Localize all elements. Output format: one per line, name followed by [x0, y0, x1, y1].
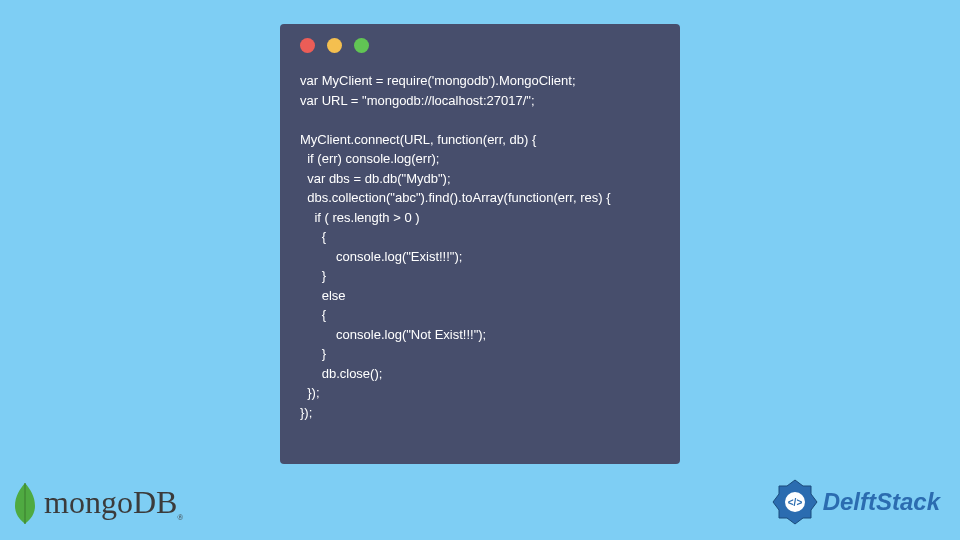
svg-text:</>: </>: [787, 497, 802, 508]
code-line: var URL = "mongodb://localhost:27017/";: [300, 93, 535, 108]
window-controls: [300, 38, 660, 53]
mongodb-trademark: ®: [177, 514, 183, 523]
delftstack-logo: </> DelftStack: [771, 478, 940, 526]
code-line: });: [300, 405, 312, 420]
maximize-icon: [354, 38, 369, 53]
delftstack-text: DelftStack: [823, 488, 940, 516]
code-line: if (err) console.log(err);: [300, 151, 439, 166]
code-content: var MyClient = require('mongodb').MongoC…: [300, 71, 660, 422]
code-line: }: [300, 346, 326, 361]
code-line: var MyClient = require('mongodb').MongoC…: [300, 73, 576, 88]
code-line: {: [300, 307, 326, 322]
code-line: {: [300, 229, 326, 244]
close-icon: [300, 38, 315, 53]
code-line: else: [300, 288, 346, 303]
code-line: if ( res.length > 0 ): [300, 210, 420, 225]
code-line: console.log("Not Exist!!!");: [300, 327, 486, 342]
delftstack-emblem-icon: </>: [771, 478, 819, 526]
mongodb-label: mongoDB: [44, 484, 177, 520]
minimize-icon: [327, 38, 342, 53]
code-line: db.close();: [300, 366, 382, 381]
code-line: var dbs = db.db("Mydb");: [300, 171, 451, 186]
mongodb-leaf-icon: [10, 481, 40, 526]
code-window: var MyClient = require('mongodb').MongoC…: [280, 24, 680, 464]
code-line: console.log("Exist!!!");: [300, 249, 462, 264]
mongodb-text: mongoDB®: [44, 484, 183, 522]
code-line: }: [300, 268, 326, 283]
code-line: MyClient.connect(URL, function(err, db) …: [300, 132, 536, 147]
code-line: dbs.collection("abc").find().toArray(fun…: [300, 190, 611, 205]
code-line: });: [300, 385, 320, 400]
mongodb-logo: mongoDB®: [10, 481, 183, 526]
